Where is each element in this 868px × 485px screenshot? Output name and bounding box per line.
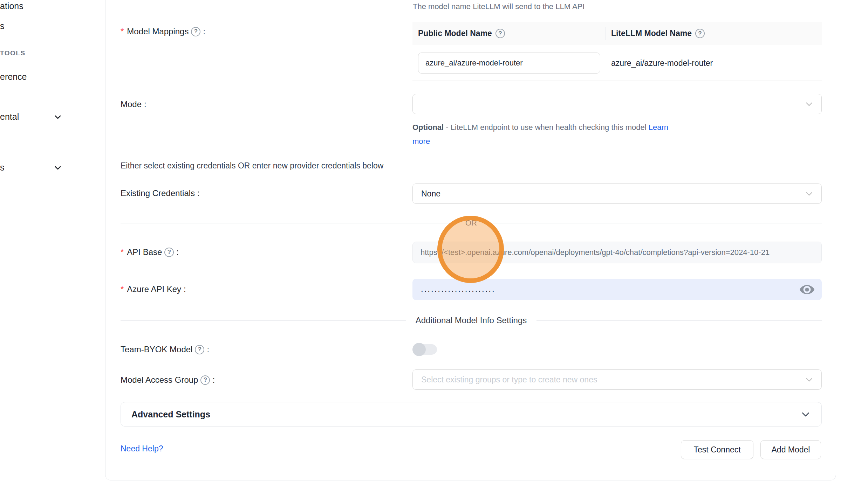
litellm-model-name-value: azure_ai/azure-model-router: [611, 45, 713, 81]
help-icon[interactable]: ?: [495, 29, 505, 38]
model-name-hint: The model name LiteLLM will send to the …: [413, 2, 585, 11]
azure-api-key-label: * Azure API Key :: [121, 284, 186, 294]
help-icon[interactable]: ?: [164, 248, 174, 257]
required-mark: *: [121, 27, 124, 36]
model-access-group-select[interactable]: Select existing groups or type to create…: [412, 369, 822, 390]
eye-icon[interactable]: [799, 284, 815, 295]
required-mark: *: [121, 247, 124, 257]
chevron-down-icon: [800, 409, 811, 420]
need-help-link[interactable]: Need Help?: [121, 444, 163, 453]
sidebar-item-clipped-3[interactable]: erence: [0, 72, 27, 82]
advanced-settings-panel[interactable]: Advanced Settings: [121, 402, 822, 427]
test-connect-button[interactable]: Test Connect: [681, 440, 753, 459]
required-mark: *: [121, 284, 124, 294]
help-icon[interactable]: ?: [195, 345, 204, 354]
chevron-down-icon[interactable]: [54, 113, 62, 121]
chevron-down-icon: [805, 99, 814, 109]
additional-settings-divider: Additional Model Info Settings: [121, 316, 822, 325]
api-base-label: * API Base ? :: [121, 247, 179, 257]
help-icon[interactable]: ?: [191, 27, 200, 36]
sidebar-section-tools: TOOLS: [0, 49, 26, 57]
column-header-public-model-name: Public Model Name ?: [412, 29, 605, 38]
team-byok-label: Team-BYOK Model ? :: [121, 345, 209, 354]
mode-help-text: Optional - LiteLLM endpoint to use when …: [412, 120, 728, 148]
chevron-down-icon: [805, 375, 814, 384]
add-model-button[interactable]: Add Model: [760, 440, 821, 459]
existing-credentials-value: None: [421, 189, 440, 199]
advanced-settings-title: Advanced Settings: [131, 409, 210, 420]
table-header-row: Public Model Name ? LiteLLM Model Name ?: [412, 22, 822, 45]
sidebar-item-clipped-4[interactable]: ental: [0, 112, 19, 122]
public-model-name-input[interactable]: [418, 53, 600, 74]
or-divider: OR: [121, 219, 822, 228]
model-mappings-table: Public Model Name ? LiteLLM Model Name ?…: [412, 22, 822, 81]
team-byok-toggle[interactable]: [412, 343, 438, 356]
column-header-litellm-model-name: LiteLLM Model Name ?: [605, 27, 822, 40]
table-row: azure_ai/azure-model-router: [412, 45, 822, 81]
mode-label: Mode :: [121, 99, 146, 109]
existing-credentials-select[interactable]: None: [412, 183, 822, 204]
chevron-down-icon[interactable]: [54, 164, 62, 172]
model-access-group-label: Model Access Group ? :: [121, 375, 215, 385]
help-icon[interactable]: ?: [200, 375, 210, 385]
model-mappings-label: * Model Mappings ? :: [121, 27, 205, 36]
chevron-down-icon: [805, 189, 814, 198]
sidebar-item-clipped-5[interactable]: s: [0, 162, 5, 173]
mode-select[interactable]: [412, 94, 822, 114]
help-icon[interactable]: ?: [695, 29, 705, 38]
api-base-input[interactable]: https://<test>.openai.azure.com/openai/d…: [412, 242, 822, 263]
credentials-note: Either select existing credentials OR en…: [121, 161, 383, 171]
model-access-group-placeholder: Select existing groups or type to create…: [421, 375, 597, 384]
sidebar: ations s TOOLS erence ental s: [0, 0, 105, 485]
existing-credentials-label: Existing Credentials :: [121, 188, 200, 198]
sidebar-item-clipped-1[interactable]: ations: [0, 1, 23, 11]
masked-api-key: ......................: [421, 284, 495, 294]
azure-api-key-input[interactable]: ......................: [412, 279, 822, 300]
add-model-page: ations s TOOLS erence ental s The model …: [0, 0, 868, 485]
sidebar-item-clipped-2[interactable]: s: [0, 21, 5, 31]
